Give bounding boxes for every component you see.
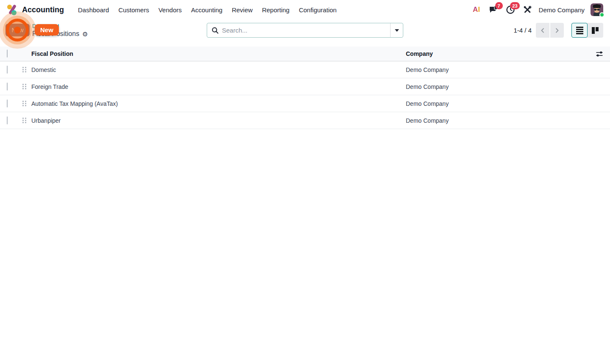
- pager-next-button[interactable]: [550, 23, 564, 38]
- search-bar: [207, 23, 403, 38]
- messages-icon[interactable]: 7: [488, 4, 499, 15]
- page-title: Fiscal Positions: [32, 30, 79, 37]
- app-logo-icon[interactable]: [7, 4, 18, 16]
- row-company[interactable]: Demo Company: [406, 83, 590, 90]
- gear-icon[interactable]: ⚙: [82, 31, 88, 37]
- drag-handle-icon[interactable]: [22, 101, 26, 107]
- new-button[interactable]: New: [6, 24, 30, 36]
- debug-tools-icon[interactable]: [522, 4, 533, 15]
- chevron-right-icon: [555, 28, 560, 33]
- row-checkbox[interactable]: [7, 83, 8, 91]
- navbar-systray: AI 7 23 Demo Company: [471, 3, 603, 16]
- ai-assistant-icon[interactable]: AI: [471, 4, 482, 15]
- search-icon: [212, 27, 219, 34]
- chevron-left-icon: [540, 28, 545, 33]
- online-status-dot: [599, 12, 604, 17]
- optional-columns-icon[interactable]: [596, 51, 603, 57]
- row-checkbox[interactable]: [7, 116, 8, 124]
- column-header-company[interactable]: Company: [406, 50, 590, 57]
- list-view-icon: [576, 27, 583, 34]
- row-company[interactable]: Demo Company: [406, 100, 590, 107]
- menu-customers[interactable]: Customers: [114, 4, 154, 16]
- app-name[interactable]: Accounting: [22, 6, 64, 14]
- logo-teal-dot: [11, 10, 17, 15]
- drag-handle-icon[interactable]: [22, 67, 26, 73]
- messages-count-badge: 7: [495, 2, 503, 9]
- control-panel: New Dashboard Fiscal Positions ⚙ 1-4 / 4: [0, 19, 610, 44]
- menu-reporting[interactable]: Reporting: [257, 4, 294, 16]
- row-company[interactable]: Demo Company: [406, 117, 590, 124]
- crossed-tools-icon: [523, 6, 532, 14]
- activities-icon[interactable]: 23: [505, 4, 516, 15]
- list-view-button[interactable]: [571, 23, 588, 38]
- row-name[interactable]: Urbanpiper: [31, 117, 406, 124]
- search-input[interactable]: [222, 27, 390, 34]
- menu-vendors[interactable]: Vendors: [154, 4, 186, 16]
- menu-dashboard[interactable]: Dashboard: [73, 4, 114, 16]
- row-name[interactable]: Domestic: [31, 66, 406, 73]
- activities-count-badge: 23: [510, 2, 519, 9]
- table-body: Domestic Demo Company Foreign Trade Demo…: [0, 61, 610, 129]
- table-row[interactable]: Automatic Tax Mapping (AvaTax) Demo Comp…: [0, 95, 610, 112]
- table-row[interactable]: Domestic Demo Company: [0, 61, 610, 78]
- breadcrumb: Dashboard Fiscal Positions ⚙: [32, 22, 88, 37]
- fiscal-positions-list: Fiscal Position Company Domestic Demo Co…: [0, 47, 610, 129]
- row-name[interactable]: Foreign Trade: [31, 83, 406, 90]
- chevron-down-icon: [395, 29, 399, 32]
- table-header-row: Fiscal Position Company: [0, 47, 610, 61]
- search-dropdown-toggle[interactable]: [390, 23, 403, 37]
- row-checkbox[interactable]: [7, 99, 8, 108]
- row-company[interactable]: Demo Company: [406, 66, 590, 73]
- row-checkbox[interactable]: [7, 66, 8, 74]
- menu-configuration[interactable]: Configuration: [294, 4, 341, 16]
- menu-accounting[interactable]: Accounting: [186, 4, 227, 16]
- kanban-view-button[interactable]: [587, 23, 603, 38]
- kanban-view-icon: [592, 27, 599, 34]
- menu-review[interactable]: Review: [227, 4, 257, 16]
- breadcrumb-dashboard-link[interactable]: Dashboard: [32, 23, 59, 29]
- table-row[interactable]: Foreign Trade Demo Company: [0, 78, 610, 95]
- view-switcher: [571, 23, 603, 38]
- pager-and-views: 1-4 / 4: [513, 23, 603, 38]
- company-switcher[interactable]: Demo Company: [539, 6, 585, 14]
- row-name[interactable]: Automatic Tax Mapping (AvaTax): [31, 100, 406, 107]
- column-header-fiscal-position[interactable]: Fiscal Position: [31, 50, 406, 57]
- drag-handle-icon[interactable]: [22, 118, 26, 124]
- table-row[interactable]: Urbanpiper Demo Company: [0, 112, 610, 129]
- pager-previous-button[interactable]: [536, 23, 549, 38]
- user-avatar[interactable]: [591, 3, 603, 16]
- drag-handle-icon[interactable]: [22, 84, 26, 90]
- pager-range: 1-4 / 4: [513, 27, 532, 34]
- main-menu: Dashboard Customers Vendors Accounting R…: [73, 4, 341, 16]
- top-navbar: Accounting Dashboard Customers Vendors A…: [0, 0, 610, 19]
- select-all-checkbox[interactable]: [7, 50, 8, 58]
